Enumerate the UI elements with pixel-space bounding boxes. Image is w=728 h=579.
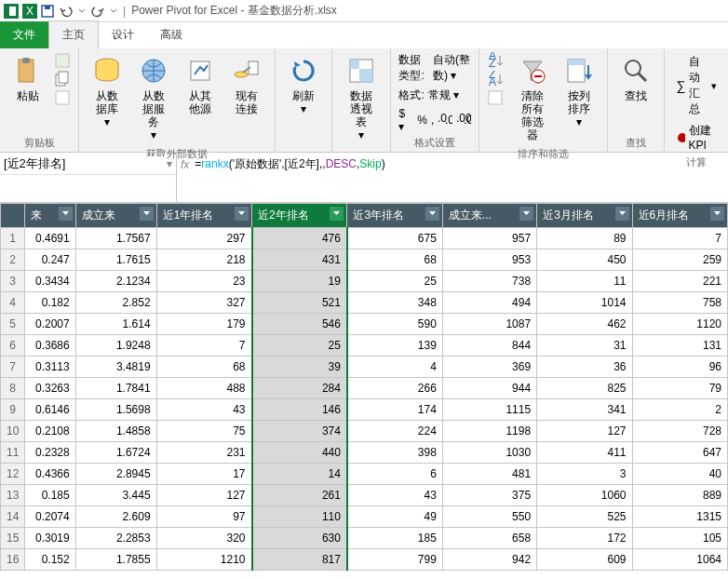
tab-home[interactable]: 主页 [48, 20, 99, 48]
cell[interactable]: 0.152 [25, 549, 75, 571]
cell[interactable]: 172 [537, 528, 632, 549]
cell[interactable]: 369 [442, 357, 536, 378]
cell-selected[interactable]: 546 [252, 314, 347, 335]
cell[interactable]: 1.614 [75, 314, 156, 335]
cell[interactable]: 185 [347, 528, 442, 549]
cell-selected[interactable]: 146 [252, 399, 347, 421]
comma-button[interactable]: , [431, 114, 434, 127]
cell[interactable]: 1.7841 [75, 378, 156, 399]
table-row[interactable]: 15 0.3019 2.2853 320 630 185 658 172 105 [1, 528, 728, 549]
filter-dropdown-icon[interactable] [615, 207, 629, 221]
cell[interactable]: 1.7855 [75, 549, 156, 571]
cell[interactable]: 1120 [632, 314, 727, 335]
cell[interactable]: 675 [347, 228, 442, 249]
cell[interactable]: 2.8945 [75, 464, 156, 485]
kpi-button[interactable]: 创建 KPI [672, 121, 721, 154]
cell[interactable]: 7 [156, 335, 251, 357]
sort-desc-icon[interactable]: ZA [487, 71, 506, 88]
cell[interactable]: 0.3263 [25, 378, 75, 399]
table-row[interactable]: 6 0.3686 1.9248 7 25 139 844 31 131 [1, 335, 728, 357]
cell[interactable]: 0.3019 [25, 528, 75, 549]
cell[interactable]: 398 [347, 442, 442, 464]
autosum-button[interactable]: ∑自动汇总 ▾ [672, 52, 721, 119]
chevron-down-icon[interactable] [78, 7, 86, 15]
cell[interactable]: 590 [347, 314, 442, 335]
table-row[interactable]: 14 0.2074 2.609 97 110 49 550 525 1315 [1, 506, 728, 528]
column-header[interactable]: 近3年排名 [347, 204, 442, 228]
cell[interactable]: 0.247 [25, 249, 75, 271]
cell[interactable]: 341 [537, 399, 632, 421]
format-dropdown[interactable]: 常规 ▾ [428, 88, 459, 103]
cell-selected[interactable]: 39 [252, 357, 347, 378]
column-header[interactable]: 近1年排名 [156, 204, 251, 228]
from-database-button[interactable]: 从数据库▾ [87, 52, 128, 132]
cell[interactable]: 758 [632, 292, 727, 314]
cell[interactable]: 1115 [442, 399, 536, 421]
cell[interactable]: 1030 [442, 442, 536, 464]
cell[interactable]: 218 [156, 249, 251, 271]
cell[interactable]: 647 [632, 442, 727, 464]
cell[interactable]: 327 [156, 292, 251, 314]
cell[interactable]: 79 [632, 378, 727, 399]
cell[interactable]: 1.7615 [75, 249, 156, 271]
cell[interactable]: 43 [156, 399, 251, 421]
percent-button[interactable]: % [417, 114, 427, 127]
cell-selected[interactable]: 817 [252, 549, 347, 571]
cell[interactable]: 0.4366 [25, 464, 75, 485]
format-painter-icon[interactable] [54, 89, 71, 106]
cell[interactable]: 1.9248 [75, 335, 156, 357]
copy-icon[interactable] [54, 71, 71, 88]
table-row[interactable]: 16 0.152 1.7855 1210 817 799 942 609 106… [1, 549, 728, 571]
cell[interactable]: 174 [347, 399, 442, 421]
table-row[interactable]: 2 0.247 1.7615 218 431 68 953 450 259 [1, 249, 728, 271]
cell[interactable]: 2.609 [75, 506, 156, 528]
cell[interactable]: 0.2108 [25, 421, 75, 442]
cell[interactable]: 4 [347, 357, 442, 378]
cell[interactable]: 105 [632, 528, 727, 549]
data-grid[interactable]: 来 成立来 近1年排名 近2年排名 近3年排名 成立来... 近3月排名 近6月… [0, 203, 728, 571]
cell[interactable]: 75 [156, 421, 251, 442]
increase-decimal-button[interactable]: .0.00 [438, 113, 452, 128]
cell[interactable]: 488 [156, 378, 251, 399]
table-row[interactable]: 12 0.4366 2.8945 17 14 6 481 3 40 [1, 464, 728, 485]
fx-icon[interactable]: fx [181, 158, 189, 171]
tab-advanced[interactable]: 高级 [147, 21, 195, 48]
cell[interactable]: 2.852 [75, 292, 156, 314]
chevron-down-icon[interactable] [110, 7, 117, 15]
cell[interactable]: 944 [442, 378, 536, 399]
sort-by-column-button[interactable]: 按列排序▾ [559, 52, 600, 132]
cell[interactable]: 525 [537, 506, 632, 528]
cell[interactable]: 953 [442, 249, 536, 271]
filter-dropdown-icon[interactable] [235, 207, 249, 221]
cell-selected[interactable]: 476 [252, 228, 347, 249]
cell[interactable]: 0.3434 [25, 271, 75, 292]
cell[interactable]: 550 [442, 506, 536, 528]
column-header[interactable]: 成立来... [442, 204, 536, 228]
cell[interactable]: 1.5698 [75, 399, 156, 421]
filter-dropdown-icon[interactable] [140, 207, 154, 221]
filter-dropdown-icon[interactable] [59, 207, 73, 221]
cell[interactable]: 799 [347, 549, 442, 571]
refresh-button[interactable]: 刷新▾ [283, 52, 324, 119]
cell[interactable]: 1.6724 [75, 442, 156, 464]
cell[interactable]: 96 [632, 357, 727, 378]
cell[interactable]: 889 [632, 485, 727, 506]
cell[interactable]: 131 [632, 335, 727, 357]
column-header[interactable]: 成立来 [75, 204, 156, 228]
cell-selected[interactable]: 440 [252, 442, 347, 464]
cell[interactable]: 348 [347, 292, 442, 314]
cell[interactable]: 658 [442, 528, 536, 549]
cell[interactable]: 609 [537, 549, 632, 571]
cell[interactable]: 481 [442, 464, 536, 485]
name-box-input[interactable] [4, 156, 167, 170]
save-icon[interactable] [41, 5, 54, 18]
cell[interactable]: 0.185 [25, 485, 75, 506]
clear-filter-button[interactable]: 清除所有筛选器 [511, 52, 553, 145]
clear-sort-icon[interactable] [487, 89, 506, 106]
cell-selected[interactable]: 261 [252, 485, 347, 506]
cell[interactable]: 0.2074 [25, 506, 75, 528]
cell[interactable]: 7 [632, 228, 727, 249]
cell[interactable]: 1060 [537, 485, 632, 506]
cell[interactable]: 375 [442, 485, 536, 506]
cell[interactable]: 3.4819 [75, 357, 156, 378]
